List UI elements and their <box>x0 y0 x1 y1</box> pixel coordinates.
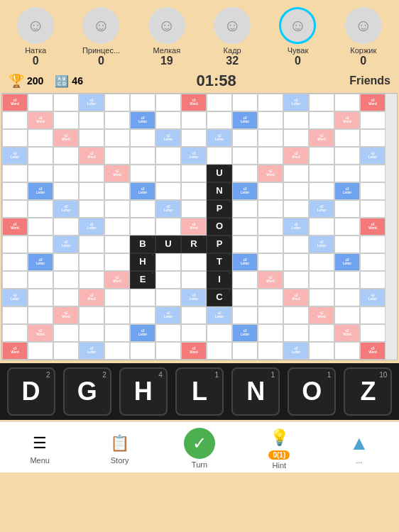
cell-3-1[interactable] <box>28 147 53 165</box>
cell-1-10[interactable] <box>258 111 283 129</box>
cell-9-11[interactable] <box>283 253 309 271</box>
cell-10-11[interactable] <box>283 271 309 289</box>
cell-14-6[interactable] <box>155 342 181 360</box>
nav-hint[interactable]: 💡 0(1) Hint <box>251 426 307 470</box>
cell-9-7[interactable] <box>181 253 207 271</box>
cell-13-2[interactable] <box>53 324 79 342</box>
cell-4-6[interactable] <box>155 165 181 182</box>
cell-11-0[interactable]: x2Letter <box>2 289 28 306</box>
cell-10-8[interactable]: 'I <box>207 271 232 289</box>
cell-4-14[interactable] <box>360 165 386 182</box>
cell-2-10[interactable] <box>258 129 283 147</box>
cell-2-14[interactable] <box>360 129 386 147</box>
cell-11-2[interactable] <box>53 289 79 306</box>
cell-13-6[interactable] <box>155 324 181 342</box>
cell-0-10[interactable] <box>258 94 283 111</box>
cell-7-1[interactable] <box>28 218 53 235</box>
cell-9-4[interactable] <box>104 253 130 271</box>
cell-14-11[interactable]: x2Letter <box>283 342 309 360</box>
cell-14-13[interactable] <box>334 342 360 360</box>
cell-10-14[interactable] <box>360 271 386 289</box>
cell-5-0[interactable] <box>2 182 28 200</box>
cell-10-4[interactable]: x2Word <box>104 271 130 289</box>
cell-2-7[interactable] <box>181 129 207 147</box>
cell-2-11[interactable] <box>283 129 309 147</box>
cell-11-11[interactable]: x2Word <box>283 289 309 306</box>
tile-4[interactable]: 1 N <box>231 367 280 416</box>
cell-7-11[interactable]: x2Letter <box>283 218 309 235</box>
cell-13-5[interactable]: x3Letter <box>130 324 155 342</box>
cell-14-12[interactable] <box>309 342 334 360</box>
cell-1-5[interactable]: x3Letter <box>130 111 155 129</box>
cell-13-4[interactable] <box>104 324 130 342</box>
cell-2-6[interactable]: x2Letter <box>155 129 181 147</box>
cell-1-1[interactable]: x2Word <box>28 111 53 129</box>
cell-0-11[interactable]: x2Letter <box>283 94 309 111</box>
cell-0-13[interactable] <box>334 94 360 111</box>
cell-0-2[interactable] <box>53 94 79 111</box>
cell-3-9[interactable] <box>232 147 258 165</box>
cell-3-5[interactable] <box>130 147 155 165</box>
cell-6-11[interactable] <box>283 200 309 218</box>
cell-14-14[interactable]: x3Word <box>360 342 386 360</box>
cell-0-4[interactable] <box>104 94 130 111</box>
cell-4-1[interactable] <box>28 165 53 182</box>
cell-6-14[interactable] <box>360 200 386 218</box>
cell-2-9[interactable] <box>232 129 258 147</box>
cell-7-2[interactable] <box>53 218 79 235</box>
cell-11-5[interactable] <box>130 289 155 306</box>
cell-4-10[interactable]: x2Word <box>258 165 283 182</box>
cell-12-1[interactable] <box>28 306 53 324</box>
cell-11-12[interactable] <box>309 289 334 306</box>
cell-12-13[interactable] <box>334 306 360 324</box>
cell-0-0[interactable]: x3Word <box>2 94 28 111</box>
cell-13-12[interactable] <box>309 324 334 342</box>
cell-8-11[interactable] <box>283 235 309 253</box>
cell-2-1[interactable] <box>28 129 53 147</box>
cell-1-13[interactable]: x2Word <box>334 111 360 129</box>
cell-7-6[interactable] <box>155 218 181 235</box>
cell-10-3[interactable] <box>79 271 104 289</box>
cell-6-6[interactable]: x2Letter <box>155 200 181 218</box>
cell-12-3[interactable] <box>79 306 104 324</box>
cell-13-8[interactable] <box>207 324 232 342</box>
cell-5-9[interactable]: x3Letter <box>232 182 258 200</box>
cell-2-8[interactable]: x2Letter <box>207 129 232 147</box>
tile-2[interactable]: 4 H <box>119 367 168 416</box>
game-board[interactable]: x3Wordx2Letterx3Wordx2Letterx3Wordx2Word… <box>1 93 398 360</box>
cell-8-13[interactable] <box>334 235 360 253</box>
cell-1-3[interactable] <box>79 111 104 129</box>
cell-11-6[interactable] <box>155 289 181 306</box>
cell-13-3[interactable] <box>79 324 104 342</box>
cell-13-11[interactable] <box>283 324 309 342</box>
cell-11-8[interactable]: 'C <box>207 289 232 306</box>
player-3[interactable]: ☺ Кадр 32 <box>204 7 261 67</box>
cell-1-4[interactable] <box>104 111 130 129</box>
cell-4-11[interactable] <box>283 165 309 182</box>
cell-9-13[interactable]: x3Letter <box>334 253 360 271</box>
cell-12-12[interactable]: x2Word <box>309 306 334 324</box>
cell-1-11[interactable] <box>283 111 309 129</box>
cell-0-7[interactable]: x3Word <box>181 94 207 111</box>
cell-9-12[interactable] <box>309 253 334 271</box>
cell-13-13[interactable]: x2Word <box>334 324 360 342</box>
cell-5-14[interactable] <box>360 182 386 200</box>
cell-4-2[interactable] <box>53 165 79 182</box>
cell-14-0[interactable]: x3Word <box>2 342 28 360</box>
cell-3-10[interactable] <box>258 147 283 165</box>
cell-2-0[interactable] <box>2 129 28 147</box>
tile-3[interactable]: 1 L <box>175 367 224 416</box>
cell-14-1[interactable] <box>28 342 53 360</box>
cell-14-9[interactable] <box>232 342 258 360</box>
cell-6-9[interactable] <box>232 200 258 218</box>
cell-3-4[interactable] <box>104 147 130 165</box>
cell-3-3[interactable]: x2Word <box>79 147 104 165</box>
cell-10-1[interactable] <box>28 271 53 289</box>
cell-10-2[interactable] <box>53 271 79 289</box>
cell-8-14[interactable] <box>360 235 386 253</box>
cell-1-7[interactable] <box>181 111 207 129</box>
cell-6-12[interactable]: x2Letter <box>309 200 334 218</box>
cell-5-5[interactable]: x3Letter <box>130 182 155 200</box>
cell-6-13[interactable] <box>334 200 360 218</box>
cell-3-14[interactable]: x2Letter <box>360 147 386 165</box>
